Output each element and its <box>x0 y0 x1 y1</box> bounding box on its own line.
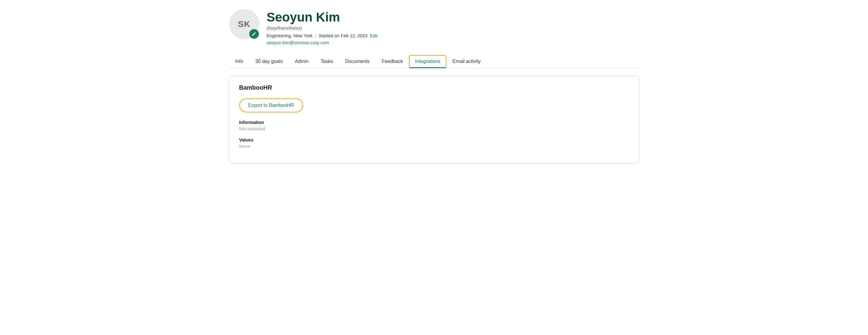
profile-start-date: Started on Feb 12, 2023 <box>318 33 368 38</box>
values-label: Values <box>239 137 629 142</box>
tab-tasks[interactable]: Tasks <box>314 55 339 68</box>
tab-feedback[interactable]: Feedback <box>376 55 409 68</box>
card-title: BambooHR <box>239 84 629 91</box>
values-value: None <box>239 144 629 149</box>
profile-meta: Engineering, New York | Started on Feb 1… <box>267 33 378 38</box>
tab-email-activity[interactable]: Email activity <box>446 55 487 68</box>
profile-name: Seoyun Kim <box>267 10 378 24</box>
tab-admin[interactable]: Admin <box>289 55 314 68</box>
avatar-edit-button[interactable] <box>249 29 259 39</box>
avatar-initials: SK <box>238 19 250 29</box>
information-label: Information <box>239 120 629 125</box>
tab-30day-goals[interactable]: 30 day goals <box>249 55 289 68</box>
profile-department: Engineering, New York <box>267 33 313 38</box>
integrations-card: BambooHR Export to BambooHR Information … <box>229 76 639 164</box>
tab-documents[interactable]: Documents <box>339 55 376 68</box>
profile-email-link[interactable]: seoyun.kim@omniva-corp.com <box>267 40 329 45</box>
profile-pronouns: (they/them/theirs) <box>267 25 378 31</box>
nav-tabs: Info 30 day goals Admin Tasks Documents … <box>229 55 639 68</box>
profile-header: SK Seoyun Kim (they/them/theirs) Enginee… <box>229 9 639 46</box>
meta-separator: | <box>315 33 316 38</box>
information-section: Information Not exported <box>239 120 629 131</box>
tab-integrations[interactable]: Integrations <box>409 55 446 68</box>
values-section: Values None <box>239 137 629 149</box>
edit-profile-link[interactable]: Edit <box>370 33 378 38</box>
information-value: Not exported <box>239 126 629 131</box>
profile-info: Seoyun Kim (they/them/theirs) Engineerin… <box>267 9 378 46</box>
pencil-icon <box>252 31 256 36</box>
tab-info[interactable]: Info <box>229 55 249 68</box>
avatar-wrapper: SK <box>229 9 259 39</box>
export-to-bamboohr-button[interactable]: Export to BambooHR <box>239 99 303 112</box>
